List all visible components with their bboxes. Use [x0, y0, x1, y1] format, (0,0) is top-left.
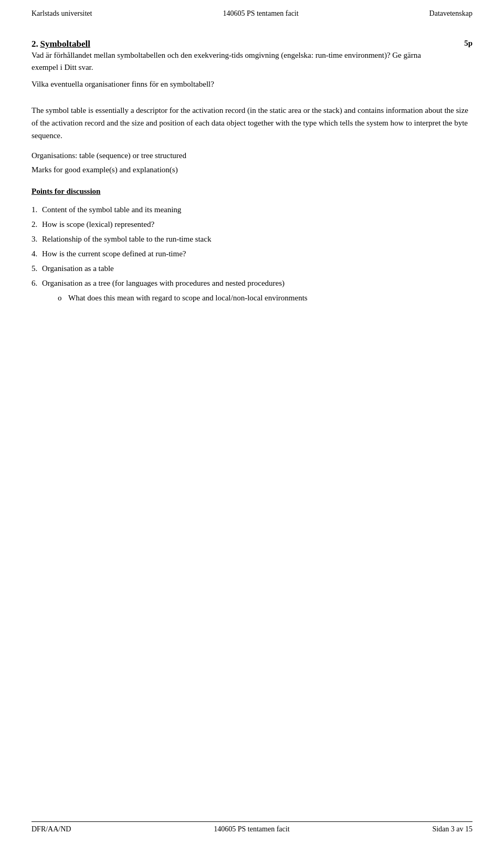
- section-title: Symboltabell: [40, 39, 90, 49]
- section-heading-left: 2. Symboltabell Vad är förhållandet mell…: [32, 39, 448, 96]
- points-label: 5p: [464, 39, 472, 48]
- page-header: Karlstads universitet 140605 PS tentamen…: [32, 0, 472, 23]
- page-footer: DFR/AA/ND 140605 PS tentamen facit Sidan…: [32, 821, 472, 833]
- list-item: 2. How is scope (lexical) represented?: [32, 218, 472, 231]
- marks-text: Marks for good example(s) and explanatio…: [32, 165, 472, 174]
- points-for-discussion-heading: Points for discussion: [32, 187, 472, 196]
- question1-text: Vad är förhållandet mellan symboltabelle…: [32, 49, 448, 73]
- section-heading-row: 2. Symboltabell Vad är förhållandet mell…: [32, 39, 472, 96]
- page: Karlstads universitet 140605 PS tentamen…: [0, 0, 504, 844]
- list-item: 6. Organisation as a tree (for languages…: [32, 277, 472, 304]
- header-university: Karlstads universitet: [32, 9, 92, 18]
- main-content: 2. Symboltabell Vad är förhållandet mell…: [32, 23, 472, 351]
- list-item: 3. Relationship of the symbol table to t…: [32, 233, 472, 245]
- list-item: 5. Organisation as a table: [32, 262, 472, 275]
- org-text: Organisations: table (sequence) or tree …: [32, 151, 472, 160]
- footer-center: 140605 PS tentamen facit: [214, 825, 289, 833]
- sub-list-item: What does this mean with regard to scope…: [58, 291, 472, 304]
- list-item: 4. How is the current scope defined at r…: [32, 247, 472, 260]
- section-number: 2.: [32, 39, 38, 49]
- discussion-list: 1. Content of the symbol table and its m…: [32, 203, 472, 304]
- body-text: The symbol table is essentially a descri…: [32, 104, 472, 142]
- footer-right: Sidan 3 av 15: [432, 825, 472, 833]
- footer-left: DFR/AA/ND: [32, 825, 71, 833]
- question2-text: Vilka eventuella organisationer finns fö…: [32, 78, 448, 90]
- sub-list: What does this mean with regard to scope…: [42, 291, 472, 304]
- list-item: 1. Content of the symbol table and its m…: [32, 203, 472, 216]
- header-title: 140605 PS tentamen facit: [223, 9, 298, 18]
- header-subject: Datavetenskap: [429, 9, 472, 18]
